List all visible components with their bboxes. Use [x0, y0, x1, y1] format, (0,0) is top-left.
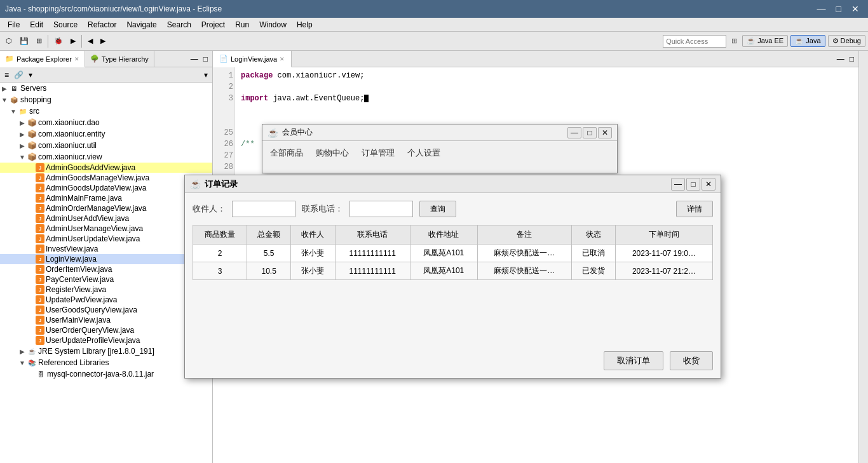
member-menu-settings[interactable]: 个人设置 — [407, 147, 440, 159]
tree-file-usergoods[interactable]: J UserGoodsQueryView.java — [0, 305, 212, 315]
tree-reflibs[interactable]: ▼ 📚 Referenced Libraries — [0, 357, 212, 368]
member-menu-all[interactable]: 全部商品 — [270, 147, 303, 159]
menu-file[interactable]: File — [3, 19, 25, 30]
maximize-editor-btn[interactable]: □ — [848, 54, 856, 64]
tree-file-orderitem[interactable]: J OrderItemView.java — [0, 264, 212, 274]
tree-file-adminuser-manage[interactable]: J AdminUserManageView.java — [0, 224, 212, 234]
toolbar-save[interactable]: 💾 — [17, 35, 32, 47]
member-popup-minimize[interactable]: — — [567, 127, 581, 138]
tree-file-admingoods-add[interactable]: J AdminGoodsAddView.java — [0, 163, 212, 173]
quick-access-input[interactable] — [663, 35, 726, 48]
file-label: AdminOrderManageView.java — [46, 204, 147, 213]
tree-file-adminorder[interactable]: J AdminOrderManageView.java — [0, 203, 212, 213]
menu-edit[interactable]: Edit — [25, 19, 48, 30]
detail-btn[interactable]: 详情 — [676, 201, 713, 217]
menu-refactor[interactable]: Refactor — [83, 19, 121, 30]
tree-file-usermain[interactable]: J UserMainView.java — [0, 315, 212, 325]
toolbar-new[interactable]: ⬡ — [3, 35, 15, 47]
order-dialog-controls[interactable]: — □ ✕ — [671, 178, 715, 191]
toolbar-next[interactable]: ▶ — [97, 35, 109, 47]
menu-navigate[interactable]: Navigate — [121, 19, 161, 30]
cancel-order-btn[interactable]: 取消订单 — [604, 351, 663, 370]
minimize-btn[interactable]: — — [813, 3, 830, 15]
tree-file-register[interactable]: J RegisterView.java — [0, 285, 212, 295]
tree-file-admingoods-update[interactable]: J AdminGoodsUpdateView.java — [0, 183, 212, 193]
member-popup-close[interactable]: ✕ — [598, 127, 612, 138]
link-editor-btn[interactable]: 🔗 — [12, 70, 25, 80]
receive-btn[interactable]: 收货 — [670, 351, 713, 370]
member-popup-controls[interactable]: — □ ✕ — [567, 127, 612, 138]
editor-tab-loginview[interactable]: 📄 LoginView.java ✕ — [213, 51, 292, 67]
tree-file-userorder[interactable]: J UserOrderQueryView.java — [0, 325, 212, 335]
perspective-debug[interactable]: ⚙ Debug — [828, 35, 865, 47]
receiver-input[interactable] — [232, 201, 295, 217]
tree-file-login[interactable]: J LoginView.java — [0, 254, 212, 264]
maximize-panel-btn[interactable]: □ — [201, 54, 210, 64]
pkg-view-label: com.xiaoniucr.view — [38, 152, 102, 161]
minimize-editor-btn[interactable]: — — [835, 54, 846, 64]
tree-file-adminmain[interactable]: J AdminMainFrame.java — [0, 193, 212, 203]
tree-file-userupdate[interactable]: J UserUpdateProfileView.java — [0, 335, 212, 346]
pkg-entity-icon: 📦 — [27, 129, 37, 139]
table-row[interactable]: 310.5张小斐11111111111凤凰苑A101麻烦尽快配送一…已发货202… — [193, 262, 713, 280]
phone-label: 联系电话： — [302, 203, 343, 215]
tree-file-updatepwd[interactable]: J UpdatePwdView.java — [0, 295, 212, 305]
order-dialog-close[interactable]: ✕ — [702, 178, 715, 191]
file-label: OrderItemView.java — [46, 265, 112, 274]
toolbar-debug[interactable]: 🐞 — [51, 35, 66, 47]
window-controls[interactable]: — □ ✕ — [813, 3, 863, 15]
tree-pkg-entity[interactable]: ▶ 📦 com.xiaoniucr.entity — [0, 128, 212, 140]
menu-window[interactable]: Window — [254, 19, 292, 30]
order-dialog-maximize[interactable]: □ — [686, 178, 700, 191]
expand-util: ▶ — [18, 142, 27, 149]
tree-file-paycenter[interactable]: J PayCenterView.java — [0, 274, 212, 285]
maximize-btn[interactable]: □ — [832, 3, 845, 15]
member-popup-maximize[interactable]: □ — [583, 127, 597, 138]
order-dialog-titlebar: ☕ 订单记录 — □ ✕ — [185, 175, 721, 193]
tree-src[interactable]: ▼ 📁 src — [0, 105, 212, 117]
order-dialog-minimize[interactable]: — — [671, 178, 685, 191]
table-cell: 凤凰苑A101 — [410, 262, 477, 280]
close-btn[interactable]: ✕ — [848, 3, 863, 15]
filter-btn[interactable]: ▾ — [27, 70, 34, 80]
file-label: RegisterView.java — [46, 285, 106, 294]
tree-mysql-jar[interactable]: 🗄 mysql-connector-java-8.0.11.jar — [0, 368, 212, 380]
tree-file-invest[interactable]: J InvestView.java — [0, 244, 212, 254]
menu-search[interactable]: Search — [162, 19, 196, 30]
tree-file-adminuser-update[interactable]: J AdminUserUpdateView.java — [0, 234, 212, 244]
view-menu-btn[interactable]: ▾ — [202, 70, 210, 80]
member-menu-shop[interactable]: 购物中心 — [316, 147, 349, 159]
menu-run[interactable]: Run — [230, 19, 254, 30]
tab-package-explorer[interactable]: 📁 Package Explorer ✕ — [0, 51, 85, 67]
tree-jre[interactable]: ▶ ☕ JRE System Library [jre1.8.0_191] — [0, 346, 212, 357]
perspective-java[interactable]: ☕ Java — [790, 35, 825, 47]
tree-shopping[interactable]: ▼ 📦 shopping — [0, 94, 212, 105]
tree-pkg-util[interactable]: ▶ 📦 com.xiaoniucr.util — [0, 140, 212, 151]
menu-project[interactable]: Project — [196, 19, 230, 30]
tree-servers[interactable]: ▶ 🖥 Servers — [0, 83, 212, 94]
menu-help[interactable]: Help — [292, 19, 318, 30]
shopping-label: shopping — [20, 95, 51, 104]
minimize-panel-btn[interactable]: — — [189, 54, 200, 64]
tree-file-admingoods-manage[interactable]: J AdminGoodsManageView.java — [0, 173, 212, 183]
tab-close-icon[interactable]: ✕ — [280, 56, 285, 62]
toolbar-run[interactable]: ▶ — [67, 35, 79, 47]
tree-pkg-dao[interactable]: ▶ 📦 com.xiaoniucr.dao — [0, 117, 212, 128]
tab-package-close-icon[interactable]: ✕ — [74, 56, 79, 62]
toolbar-save-all[interactable]: ⊞ — [33, 35, 45, 47]
table-row[interactable]: 25.5张小斐11111111111凤凰苑A101麻烦尽快配送一…已取消2023… — [193, 245, 713, 262]
query-btn[interactable]: 查询 — [419, 201, 456, 217]
file-label: AdminUserUpdateView.java — [46, 234, 140, 243]
file-label: UserGoodsQueryView.java — [46, 305, 137, 314]
toolbar-prev[interactable]: ◀ — [85, 35, 96, 47]
perspective-javaee[interactable]: ☕ Java EE — [742, 35, 788, 47]
file-label: AdminGoodsAddView.java — [46, 163, 135, 172]
collapse-all-btn[interactable]: ≡ — [3, 70, 11, 80]
tree-pkg-view[interactable]: ▼ 📦 com.xiaoniucr.view — [0, 151, 212, 163]
java-file-icon: J — [36, 255, 44, 264]
tree-file-adminuser-add[interactable]: J AdminUserAddView.java — [0, 213, 212, 224]
phone-input[interactable] — [349, 201, 413, 217]
menu-source[interactable]: Source — [48, 19, 83, 30]
tab-type-hierarchy[interactable]: 🌳 Type Hierarchy — [85, 51, 154, 67]
member-menu-order[interactable]: 订单管理 — [362, 147, 395, 159]
